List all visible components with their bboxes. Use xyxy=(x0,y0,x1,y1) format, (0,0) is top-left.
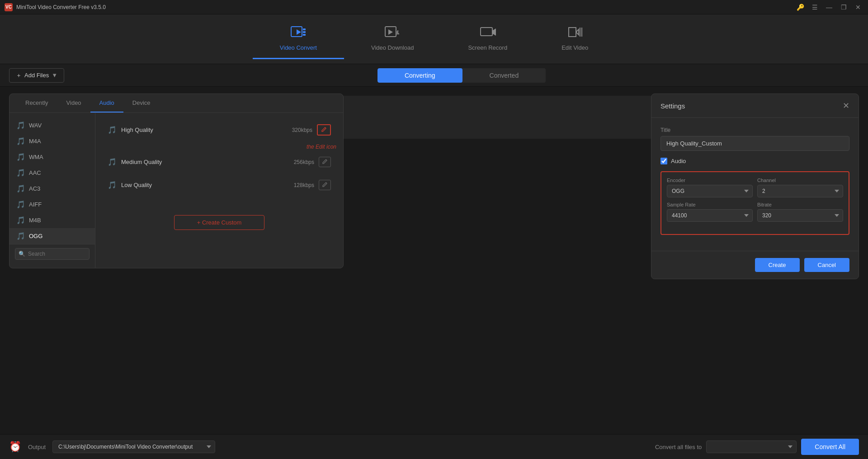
format-item-wav[interactable]: 🎵 WAV xyxy=(9,117,95,133)
tab-video[interactable]: Video xyxy=(57,94,90,112)
video-convert-icon xyxy=(290,26,307,42)
channel-label: Channel xyxy=(757,178,843,183)
format-item-aiff[interactable]: 🎵 AIFF xyxy=(9,197,95,212)
nav-screen-record[interactable]: Screen Record xyxy=(441,19,534,59)
dropdown-arrow-icon: ▼ xyxy=(52,72,57,79)
quality-low-edit-btn[interactable] xyxy=(319,180,331,190)
quality-medium-bitrate: 256kbps xyxy=(294,159,314,165)
format-item-aac[interactable]: 🎵 AAC xyxy=(9,165,95,181)
quality-high-icon: 🎵 xyxy=(108,126,117,134)
cancel-button[interactable]: Cancel xyxy=(804,258,849,272)
svg-rect-2 xyxy=(303,28,306,30)
format-list: 🎵 WAV 🎵 M4A 🎵 WMA 🎵 AAC 🎵 AC3 xyxy=(9,113,95,268)
tab-audio[interactable]: Audio xyxy=(90,94,123,112)
add-files-button[interactable]: ＋ Add Files ▼ xyxy=(9,68,64,83)
format-search-container: 🔍 xyxy=(9,244,95,263)
wav-label: WAV xyxy=(29,122,42,129)
title-bar: VC MiniTool Video Converter Free v3.5.0 … xyxy=(0,0,868,14)
format-item-wma[interactable]: 🎵 WMA xyxy=(9,149,95,165)
encoder-label: Encoder xyxy=(667,178,753,183)
ac3-label: AC3 xyxy=(29,185,40,192)
quality-high-label: High Quality xyxy=(121,126,153,133)
encoder-select[interactable]: OGG Vorbis xyxy=(667,185,753,197)
quality-low-bitrate: 128kbps xyxy=(294,182,314,188)
create-button[interactable]: Create xyxy=(755,258,800,272)
format-item-m4a[interactable]: 🎵 M4A xyxy=(9,133,95,149)
nav-screen-record-label: Screen Record xyxy=(468,44,507,51)
tab-converting[interactable]: Converting xyxy=(377,68,462,83)
app-title: MiniTool Video Converter Free v3.5.0 xyxy=(16,4,795,10)
convert-all-button[interactable]: Convert All xyxy=(801,439,859,455)
channel-field: Channel 1 2 xyxy=(757,178,843,197)
aac-icon: 🎵 xyxy=(16,169,25,177)
quality-low[interactable]: 🎵 Low Quality 128kbps xyxy=(102,175,336,195)
bitrate-select[interactable]: 128 192 256 320 xyxy=(757,209,843,222)
format-item-ac3[interactable]: 🎵 AC3 xyxy=(9,181,95,197)
wma-label: WMA xyxy=(29,154,43,160)
tab-device[interactable]: Device xyxy=(123,94,160,112)
m4b-icon: 🎵 xyxy=(16,216,25,225)
settings-dialog: Settings ✕ Title Audio Encoder OG xyxy=(651,94,859,279)
main-content: 🎸 Source: 1751677574 Target: 1751677574 … xyxy=(0,87,868,434)
video-download-icon xyxy=(384,26,401,42)
quality-medium[interactable]: 🎵 Medium Quality 256kbps xyxy=(102,152,336,172)
sample-rate-select[interactable]: 22050 44100 48000 xyxy=(667,209,753,222)
create-custom-button[interactable]: + Create Custom xyxy=(174,215,264,230)
nav-edit-video-label: Edit Video xyxy=(561,44,588,51)
settings-title-input[interactable] xyxy=(660,136,849,151)
format-item-ogg[interactable]: 🎵 OGG xyxy=(9,228,95,244)
m4a-label: M4A xyxy=(29,138,41,145)
nav-video-convert-label: Video Convert xyxy=(280,44,317,51)
quality-medium-icon: 🎵 xyxy=(108,158,117,166)
svg-marker-11 xyxy=(493,28,496,36)
sample-rate-label: Sample Rate xyxy=(667,202,753,207)
settings-close-button[interactable]: ✕ xyxy=(843,101,849,111)
top-nav: Video Convert Video Download Screen Reco… xyxy=(0,14,868,64)
close-btn[interactable]: ✕ xyxy=(853,2,863,13)
quality-medium-label: Medium Quality xyxy=(121,159,162,165)
ac3-icon: 🎵 xyxy=(16,184,25,193)
tab-recently[interactable]: Recently xyxy=(16,94,57,112)
aac-label: AAC xyxy=(29,169,41,176)
quality-high[interactable]: 🎵 High Quality 320kbps xyxy=(102,120,336,140)
maximize-btn[interactable]: ❐ xyxy=(838,2,849,13)
settings-audio-row: Audio xyxy=(660,158,849,164)
svg-rect-4 xyxy=(303,34,306,36)
tab-group: Converting Converted xyxy=(377,68,546,83)
settings-audio-checkbox[interactable] xyxy=(660,158,667,164)
key-btn[interactable]: 🔑 xyxy=(795,2,806,13)
output-path-select[interactable]: C:\Users\bj\Documents\MiniTool Video Con… xyxy=(52,440,215,453)
search-icon: 🔍 xyxy=(19,251,25,257)
settings-parameters-box: Encoder OGG Vorbis Channel 1 2 xyxy=(660,171,849,235)
quality-options: 🎵 High Quality 320kbps the Edit icon xyxy=(95,113,343,268)
format-item-m4b[interactable]: 🎵 M4B xyxy=(9,212,95,228)
edit-icon-annotation: the Edit icon xyxy=(102,144,336,150)
nav-edit-video[interactable]: Edit Video xyxy=(534,19,615,59)
settings-grid: Encoder OGG Vorbis Channel 1 2 xyxy=(667,178,843,222)
bottom-bar: ⏰ Output C:\Users\bj\Documents\MiniTool … xyxy=(0,434,868,459)
settings-title-field: Title xyxy=(660,127,849,151)
toolbar: ＋ Add Files ▼ Converting Converted xyxy=(0,64,868,87)
quality-high-edit-btn[interactable] xyxy=(317,124,331,136)
convert-all-format-select[interactable] xyxy=(706,440,797,453)
minimize-btn[interactable]: — xyxy=(824,2,835,13)
nav-video-download[interactable]: Video Download xyxy=(344,19,441,59)
quality-low-left: 🎵 Low Quality xyxy=(108,181,152,189)
quality-low-icon: 🎵 xyxy=(108,181,117,189)
search-input[interactable] xyxy=(15,248,90,260)
quality-high-left: 🎵 High Quality xyxy=(108,126,153,134)
tab-converted[interactable]: Converted xyxy=(462,68,546,83)
format-picker: Recently Video Audio Device 🎵 WAV 🎵 M4A … xyxy=(9,94,344,268)
convert-all-section: Convert all files to Convert All xyxy=(655,439,859,455)
menu-btn[interactable]: ☰ xyxy=(809,2,820,13)
format-picker-tabs: Recently Video Audio Device xyxy=(9,94,343,113)
quality-high-bitrate: 320kbps xyxy=(292,127,312,133)
wma-icon: 🎵 xyxy=(16,153,25,161)
nav-video-convert[interactable]: Video Convert xyxy=(253,19,344,59)
app-logo: VC xyxy=(5,3,13,11)
quality-medium-edit-btn[interactable] xyxy=(319,157,331,167)
m4b-label: M4B xyxy=(29,217,41,224)
bitrate-label: Bitrate xyxy=(757,202,843,207)
channel-select[interactable]: 1 2 xyxy=(757,185,843,197)
wav-icon: 🎵 xyxy=(16,121,25,130)
